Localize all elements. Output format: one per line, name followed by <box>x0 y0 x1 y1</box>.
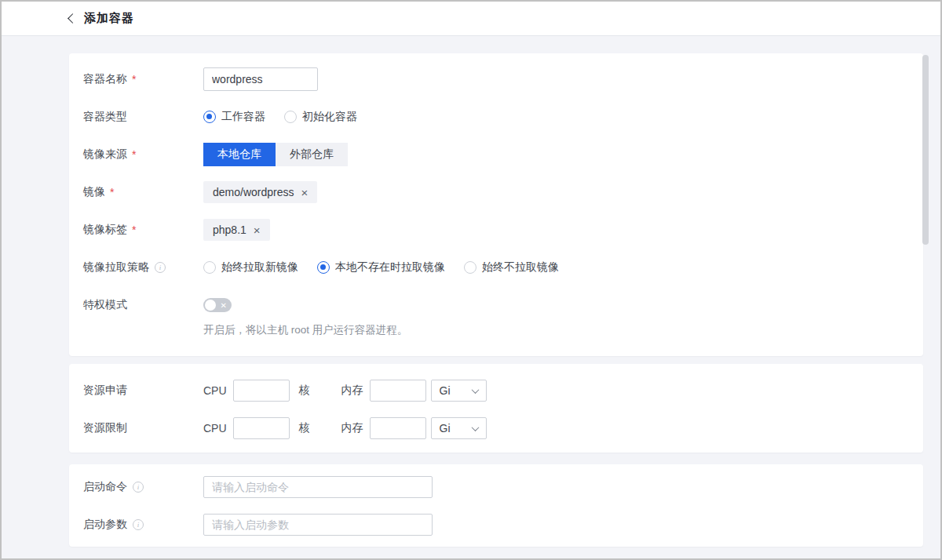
vertical-scrollbar-thumb[interactable] <box>922 55 929 245</box>
image-label: 镜像 * <box>83 185 203 199</box>
remove-image-tag-icon[interactable]: × <box>254 224 261 236</box>
image-source-segmented: 本地仓库 外部仓库 <box>203 143 348 166</box>
limit-cpu-input[interactable] <box>233 417 290 439</box>
panel-basic-settings: 容器名称 * 容器类型 工作容器 <box>69 53 923 356</box>
cpu-unit-label: 核 <box>299 421 310 435</box>
resource-request-label: 资源申请 <box>83 384 203 398</box>
image-tag-chip: demo/wordpress × <box>203 181 317 203</box>
request-cpu-input[interactable] <box>233 380 290 402</box>
segment-local-repo[interactable]: 本地仓库 <box>203 143 276 166</box>
pull-policy-label: 镜像拉取策略 i <box>83 260 203 275</box>
cpu-label: CPU <box>203 422 227 435</box>
chevron-down-icon <box>471 424 479 431</box>
remove-image-icon[interactable]: × <box>301 187 309 198</box>
panel-startup: 启动命令 i 启动参数 i <box>69 464 923 547</box>
row-start-command: 启动命令 i <box>69 475 923 499</box>
radio-unselected-icon <box>203 261 216 274</box>
row-privileged: 特权模式 ✕ 开启后，将以主机 root 用户运行容器进程。 <box>69 293 923 337</box>
image-version-chip: php8.1 × <box>203 219 270 241</box>
radio-if-not-present[interactable]: 本地不存在时拉取镜像 <box>317 260 445 275</box>
required-asterisk: * <box>132 224 136 236</box>
page-header: 添加容器 <box>2 2 940 36</box>
info-icon: i <box>155 262 166 273</box>
memory-label: 内存 <box>341 421 363 435</box>
container-name-label: 容器名称 * <box>83 72 203 86</box>
row-image-tag: 镜像标签 * php8.1 × <box>69 218 923 242</box>
limit-memory-unit-select[interactable]: Gi <box>431 417 487 439</box>
memory-label: 内存 <box>341 384 363 398</box>
radio-selected-icon <box>203 111 216 123</box>
cpu-unit-label: 核 <box>299 384 310 398</box>
radio-always-pull[interactable]: 始终拉取新镜像 <box>203 260 298 275</box>
radio-work-container[interactable]: 工作容器 <box>203 110 265 124</box>
privileged-hint: 开启后，将以主机 root 用户运行容器进程。 <box>203 323 923 337</box>
radio-init-container[interactable]: 初始化容器 <box>284 110 357 124</box>
chevron-down-icon <box>471 386 479 394</box>
radio-never-pull[interactable]: 始终不拉取镜像 <box>464 260 559 275</box>
start-args-input[interactable] <box>203 514 433 536</box>
row-image: 镜像 * demo/wordpress × <box>69 180 923 204</box>
radio-unselected-icon <box>284 111 297 123</box>
start-command-input[interactable] <box>203 476 433 498</box>
image-tag-label: 镜像标签 * <box>83 223 203 237</box>
radio-unselected-icon <box>464 261 476 274</box>
panel-resources: 资源申请 CPU 核 内存 Gi 资源限制 <box>69 364 923 453</box>
cpu-label: CPU <box>203 384 227 397</box>
row-pull-policy: 镜像拉取策略 i 始终拉取新镜像 本地不存在时拉取镜像 始终不拉取镜像 <box>69 256 923 279</box>
limit-memory-input[interactable] <box>370 417 426 439</box>
request-memory-input[interactable] <box>370 380 426 402</box>
start-command-label: 启动命令 i <box>83 480 203 494</box>
start-args-label: 启动参数 i <box>83 518 203 532</box>
row-start-args: 启动参数 i <box>69 513 923 536</box>
image-source-label: 镜像来源 * <box>83 147 203 162</box>
request-memory-unit-select[interactable]: Gi <box>431 380 487 402</box>
row-container-type: 容器类型 工作容器 初始化容器 <box>69 105 923 129</box>
info-icon: i <box>133 519 144 530</box>
row-container-name: 容器名称 * <box>69 67 923 91</box>
required-asterisk: * <box>110 186 114 198</box>
row-image-source: 镜像来源 * 本地仓库 外部仓库 <box>69 143 923 166</box>
toggle-knob <box>205 300 216 311</box>
row-resource-request: 资源申请 CPU 核 内存 Gi <box>69 379 923 402</box>
page-title: 添加容器 <box>84 11 134 26</box>
form-content: 容器名称 * 容器类型 工作容器 <box>2 36 940 547</box>
chevron-left-icon <box>68 13 78 24</box>
container-type-label: 容器类型 <box>83 110 203 124</box>
row-resource-limit: 资源限制 CPU 核 内存 Gi <box>69 416 923 440</box>
info-icon: i <box>133 482 144 493</box>
container-name-input[interactable] <box>203 67 318 91</box>
required-asterisk: * <box>132 148 136 161</box>
segment-external-repo[interactable]: 外部仓库 <box>276 143 348 166</box>
required-asterisk: * <box>132 73 136 85</box>
back-button[interactable] <box>69 15 76 22</box>
resource-limit-label: 资源限制 <box>83 421 203 435</box>
privileged-toggle-off[interactable]: ✕ <box>203 298 232 312</box>
radio-selected-icon <box>317 261 330 274</box>
toggle-off-icon: ✕ <box>221 300 227 311</box>
add-container-page: 添加容器 容器名称 * 容器类型 工作 <box>0 0 942 560</box>
privileged-label: 特权模式 <box>83 298 203 312</box>
